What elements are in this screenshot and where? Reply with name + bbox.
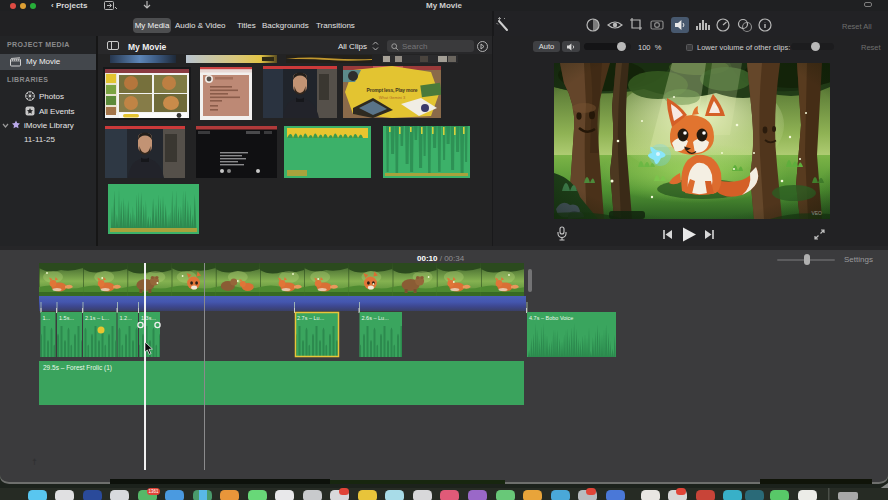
svg-text:2.6s – Lu...: 2.6s – Lu... [362,315,390,321]
svg-text:1.2...: 1.2... [120,315,133,321]
svg-text:4.7s – Bobo Voice: 4.7s – Bobo Voice [529,315,573,321]
svg-text:1...: 1... [43,315,51,321]
svg-text:1.5s...: 1.5s... [59,315,74,321]
svg-text:1361: 1361 [148,489,159,494]
svg-text:2.7s – Lu...: 2.7s – Lu... [297,315,325,321]
svg-text:2.1s – L...: 2.1s – L... [85,315,110,321]
svg-text:Prompt less, Play more: Prompt less, Play more [367,87,418,93]
svg-text:What Gemini 3: What Gemini 3 [379,95,406,100]
